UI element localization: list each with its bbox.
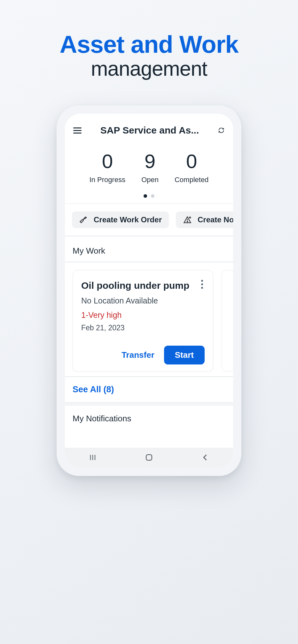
- phone-screen: SAP Service and As... 0 In Progress 9 Op…: [65, 114, 233, 468]
- stat-value: 0: [175, 151, 208, 171]
- svg-rect-9: [146, 455, 152, 460]
- title-line-2: management: [0, 57, 298, 80]
- work-card-title: Oil pooling under pump: [81, 279, 205, 292]
- start-button[interactable]: Start: [164, 346, 205, 364]
- section-divider: [65, 402, 233, 405]
- stat-label: In Progress: [90, 176, 126, 184]
- work-card-priority: 1-Very high: [81, 310, 205, 320]
- quick-actions-row: Create Work Order Create Notificati: [65, 204, 233, 236]
- my-notifications-heading: My Notifications: [65, 405, 233, 427]
- work-card-next-peek[interactable]: [222, 270, 233, 372]
- create-notification-button[interactable]: Create Notificati: [176, 211, 233, 228]
- kebab-menu-icon[interactable]: [198, 280, 206, 289]
- page-indicator: [65, 187, 233, 203]
- work-cards-scroll[interactable]: Oil pooling under pump No Location Avail…: [65, 262, 233, 372]
- sync-icon[interactable]: [218, 127, 225, 134]
- see-all-link[interactable]: See All (8): [73, 385, 114, 394]
- see-all-wrap: See All (8): [65, 376, 233, 402]
- button-label: Create Work Order: [94, 215, 162, 224]
- transfer-button[interactable]: Transfer: [122, 350, 154, 360]
- alert-plus-icon: [183, 215, 192, 224]
- recents-button[interactable]: [88, 453, 97, 463]
- stats-row: 0 In Progress 9 Open 0 Completed: [65, 147, 233, 187]
- android-nav-bar: [65, 448, 233, 468]
- page-dot[interactable]: [151, 194, 154, 198]
- home-button[interactable]: [144, 453, 154, 464]
- marketing-title: Asset and Work management: [0, 0, 298, 80]
- stat-in-progress[interactable]: 0 In Progress: [90, 151, 126, 184]
- stat-completed[interactable]: 0 Completed: [175, 151, 208, 184]
- button-label: Create Notificati: [198, 215, 233, 224]
- work-card-location: No Location Available: [81, 296, 205, 305]
- work-card-date: Feb 21, 2023: [81, 324, 205, 332]
- stat-value: 0: [90, 151, 126, 171]
- phone-mockup-frame: SAP Service and As... 0 In Progress 9 Op…: [57, 105, 241, 476]
- my-work-heading: My Work: [65, 236, 233, 262]
- stat-value: 9: [141, 151, 159, 171]
- menu-icon[interactable]: [73, 127, 82, 134]
- app-title: SAP Service and As...: [82, 125, 218, 136]
- app-bar: SAP Service and As...: [65, 114, 233, 147]
- create-work-order-button[interactable]: Create Work Order: [72, 211, 169, 228]
- stat-label: Completed: [175, 176, 208, 184]
- title-line-1: Asset and Work: [0, 30, 298, 58]
- page-dot-active[interactable]: [144, 194, 147, 198]
- work-card-actions: Transfer Start: [81, 346, 205, 364]
- stat-label: Open: [141, 176, 159, 184]
- work-card[interactable]: Oil pooling under pump No Location Avail…: [73, 270, 213, 372]
- back-button[interactable]: [201, 453, 210, 463]
- svg-point-3: [187, 221, 188, 222]
- wrench-plus-icon: [79, 215, 88, 224]
- stat-open[interactable]: 9 Open: [141, 151, 159, 184]
